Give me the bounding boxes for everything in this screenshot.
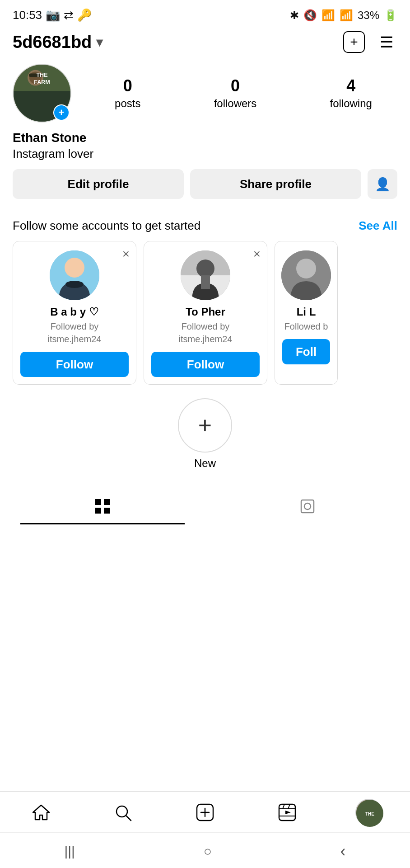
svg-text:FARM: FARM [34, 79, 50, 85]
status-bar: 10:53 📷 ⇄ 🔑 ✱ 🔇 📶 📶 33% 🔋 [0, 0, 410, 27]
profile-section: THE FARM + 0 posts 0 followers 4 followi… [0, 59, 410, 219]
reels-icon [277, 802, 297, 822]
avatar-wrapper: THE FARM + [13, 64, 71, 123]
suggestion-card-topher: × To Pher Followed by itsme.jhem24 Follo… [144, 241, 267, 385]
bluetooth-icon: ✱ [290, 9, 299, 22]
mute-icon: 🔇 [303, 9, 317, 22]
create-icon [195, 802, 215, 822]
android-back[interactable]: ‹ [331, 839, 355, 863]
svg-marker-32 [285, 811, 291, 814]
card-followed-topher: Followed by itsme.jhem24 [179, 320, 233, 345]
nav-search[interactable] [107, 799, 139, 826]
svg-rect-17 [104, 499, 110, 505]
follow-button-baby[interactable]: Follow [20, 352, 129, 377]
card-name-topher: To Pher [186, 306, 225, 318]
share-profile-button[interactable]: Share profile [190, 169, 361, 199]
follow-suggestion-title: Follow some accounts to get started [13, 219, 200, 233]
svg-line-30 [283, 804, 284, 809]
card-name-baby: B a b y ♡ [50, 306, 98, 318]
svg-line-23 [126, 816, 131, 821]
stat-following[interactable]: 4 following [330, 76, 372, 110]
posts-label: posts [115, 97, 140, 110]
svg-point-21 [304, 503, 311, 509]
nav-create[interactable] [189, 799, 221, 826]
new-story-button[interactable]: + [178, 398, 232, 453]
svg-text:THE: THE [36, 72, 47, 78]
camera-icon: 📷 [46, 8, 60, 22]
svg-text:THE: THE [365, 811, 374, 816]
content-tabs [0, 488, 410, 524]
plus-icon: + [350, 34, 358, 50]
search-icon [113, 802, 133, 822]
battery-text: 33% [358, 9, 379, 22]
person-add-icon: 👤 [375, 177, 391, 192]
battery-icon: 🔋 [384, 9, 397, 22]
svg-point-12 [196, 259, 214, 278]
follow-button-lil[interactable]: Foll [282, 339, 330, 364]
suggestion-card-lil: Li L Followed b Foll [275, 241, 338, 385]
svg-rect-18 [95, 508, 101, 514]
add-story-button[interactable]: + [53, 104, 70, 121]
card-avatar-baby [50, 250, 99, 300]
edit-profile-button[interactable]: Edit profile [13, 169, 184, 199]
svg-rect-20 [301, 500, 314, 513]
followers-label: followers [214, 97, 257, 110]
tagged-icon [299, 498, 316, 514]
plus-icon: + [198, 412, 212, 439]
status-time: 10:53 [13, 8, 42, 22]
suggestion-cards-container: × B a b y ♡ Followed by itsme.jhem24 Fol… [13, 241, 397, 385]
profile-name: Ethan Stone [13, 131, 397, 145]
new-story-label: New [194, 457, 216, 470]
stat-followers[interactable]: 0 followers [214, 76, 257, 110]
close-card-baby[interactable]: × [122, 248, 130, 260]
nav-profile[interactable]: THE [353, 799, 385, 826]
follow-button-topher[interactable]: Follow [151, 352, 260, 377]
card-name-lil: Li L [297, 306, 316, 318]
menu-button[interactable]: ☰ [376, 31, 397, 53]
svg-point-15 [296, 259, 316, 278]
android-nav-bar: ||| ○ ‹ [0, 832, 410, 868]
stat-posts[interactable]: 0 posts [115, 76, 140, 110]
follow-suggestions-section: Follow some accounts to get started See … [0, 219, 410, 385]
hamburger-icon: ☰ [380, 33, 393, 51]
card-followed-baby: Followed by itsme.jhem24 [48, 320, 102, 345]
header: 5d6681bd ▾ + ☰ [0, 27, 410, 59]
android-home[interactable]: ○ [195, 841, 221, 862]
nav-reels[interactable] [271, 799, 303, 826]
profile-buttons: Edit profile Share profile 👤 [13, 169, 397, 199]
card-avatar-lil [281, 250, 331, 300]
suggestion-card-baby: × B a b y ♡ Followed by itsme.jhem24 Fol… [13, 241, 136, 385]
card-avatar-topher [181, 250, 230, 300]
tab-tagged[interactable] [205, 488, 410, 524]
profile-stats: 0 posts 0 followers 4 following [89, 76, 397, 110]
new-story-item: + New [13, 398, 397, 470]
wifi-icon: 📶 [321, 9, 335, 22]
stories-section: + New [0, 385, 410, 479]
posts-count: 0 [123, 76, 132, 95]
new-post-button[interactable]: + [343, 31, 365, 53]
android-recents[interactable]: ||| [55, 841, 84, 862]
profile-avatar-nav: THE [355, 799, 382, 826]
svg-line-31 [288, 804, 290, 809]
add-friend-button[interactable]: 👤 [368, 169, 397, 199]
svg-rect-13 [201, 275, 210, 289]
svg-point-8 [65, 258, 84, 278]
following-count: 4 [346, 76, 355, 95]
chevron-down-icon: ▾ [96, 35, 102, 50]
username-dropdown[interactable]: 5d6681bd ▾ [13, 33, 102, 52]
see-all-button[interactable]: See All [359, 219, 397, 233]
card-followed-lil: Followed b [284, 320, 328, 333]
sim-icon: ⇄ [64, 8, 74, 22]
bottom-nav: THE ||| ○ ‹ [0, 791, 410, 868]
username-text: 5d6681bd [13, 33, 92, 52]
svg-rect-16 [95, 499, 101, 505]
close-card-topher[interactable]: × [253, 248, 261, 260]
profile-bio: Instagram lover [13, 147, 397, 161]
tab-grid[interactable] [0, 488, 205, 524]
signal-icon: 📶 [340, 9, 353, 22]
home-icon [31, 802, 51, 822]
nav-home[interactable] [25, 799, 57, 826]
svg-rect-19 [104, 508, 110, 514]
svg-point-9 [65, 281, 84, 288]
key-icon: 🔑 [77, 8, 92, 22]
